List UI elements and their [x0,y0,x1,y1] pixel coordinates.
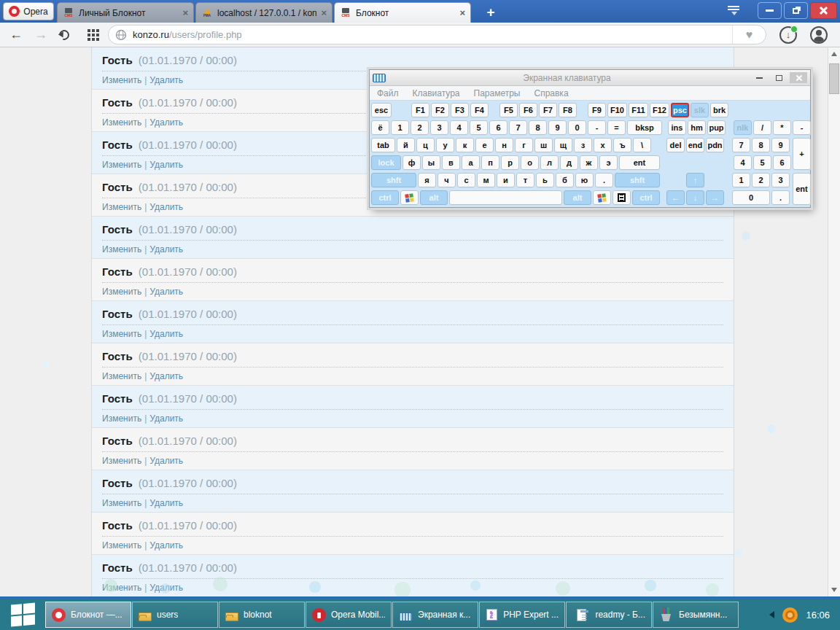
taskbar-button[interactable]: Экранная к... [392,602,478,628]
key[interactable]: й [397,138,415,152]
key[interactable]: F10 [607,103,627,117]
key[interactable]: ctrl [632,190,660,205]
key[interactable]: F7 [539,103,557,117]
entry-edit-link[interactable]: Изменить [102,498,141,508]
osk-menu-item[interactable]: Справка [534,88,568,98]
key[interactable]: х [594,138,612,152]
key[interactable]: end [686,138,704,152]
download-button[interactable]: ↓ [779,26,797,44]
key[interactable]: 1 [732,173,750,187]
key[interactable]: и [497,173,515,187]
key[interactable]: F9 [588,103,606,117]
key[interactable]: F1 [411,103,429,117]
menu-key[interactable] [612,190,631,205]
scroll-thumb[interactable] [829,63,839,94]
opera-menu-button[interactable]: Opera [3,2,54,20]
tab-menu-icon[interactable] [728,6,741,18]
key[interactable]: brk [710,103,728,117]
key[interactable]: esc [371,103,392,117]
entry-delete-link[interactable]: Удалить [149,202,183,212]
back-button[interactable]: ← [7,27,25,42]
osk-menu-item[interactable]: Клавиатура [413,88,460,98]
entry-edit-link[interactable]: Изменить [102,371,141,381]
key[interactable]: ← [666,190,685,205]
key[interactable]: ins [668,120,686,135]
entry-delete-link[interactable]: Удалить [149,456,183,466]
key[interactable]: F11 [629,103,648,117]
key[interactable]: 7 [509,120,527,135]
key[interactable]: е [475,138,494,152]
key[interactable]: lock [371,155,401,170]
key[interactable]: ж [580,155,598,170]
key[interactable]: F8 [559,103,577,117]
key[interactable]: . [771,190,790,205]
entry-delete-link[interactable]: Удалить [149,244,183,254]
key[interactable]: pdn [706,138,724,152]
key[interactable]: F5 [499,103,518,117]
key[interactable]: tab [371,138,395,152]
key[interactable]: ↓ [686,190,704,205]
key[interactable]: = [607,120,626,135]
key[interactable]: 9 [771,138,790,152]
start-button[interactable] [0,599,45,630]
key[interactable]: - [588,120,606,135]
osk-menu-item[interactable]: Файл [377,88,399,98]
taskbar-button[interactable]: Безымянн... [653,602,739,628]
windows-key[interactable] [593,190,611,205]
key[interactable]: F12 [650,103,669,117]
key[interactable]: / [753,120,771,135]
taskbar-button[interactable]: Блокнот —... [45,602,131,628]
tab-close-icon[interactable]: × [321,8,327,18]
entry-edit-link[interactable]: Изменить [102,287,141,297]
taskbar-button[interactable]: PHP PHP Expert ... [479,602,565,628]
entry-delete-link[interactable]: Удалить [149,75,183,85]
scroll-up-icon[interactable] [831,52,837,56]
taskbar-button[interactable]: users [132,602,218,628]
key[interactable]: т [516,173,534,187]
key[interactable]: alt [420,190,448,205]
key[interactable]: hm [688,120,706,135]
key[interactable]: + [793,138,811,170]
key[interactable]: 5 [470,120,488,135]
key[interactable]: ent [619,155,660,170]
key[interactable]: 3 [430,120,448,135]
entry-edit-link[interactable]: Изменить [102,244,141,254]
key[interactable]: 0 [732,190,770,205]
taskbar-button[interactable]: bloknot [219,602,305,628]
key[interactable]: к [456,138,474,152]
key[interactable]: в [442,155,460,170]
taskbar-button[interactable]: Opera Mobil... [306,602,392,628]
key[interactable]: с [457,173,475,187]
entry-delete-link[interactable]: Удалить [149,117,183,128]
scroll-down-icon[interactable] [831,588,837,592]
vertical-scrollbar[interactable] [828,47,840,596]
osk-titlebar[interactable]: Экранная клавиатура [370,70,810,86]
key[interactable]: 9 [548,120,567,135]
profile-avatar-button[interactable] [810,26,828,44]
key[interactable]: а [462,155,480,170]
key[interactable]: 3 [771,173,790,187]
restore-button[interactable] [784,2,808,19]
key[interactable]: 8 [529,120,547,135]
entry-edit-link[interactable]: Изменить [102,456,141,466]
entry-edit-link[interactable]: Изменить [102,540,141,551]
entry-edit-link[interactable]: Изменить [102,329,141,339]
bookmark-heart-button[interactable]: ♥ [732,26,766,44]
key[interactable]: щ [554,138,572,152]
address-bar[interactable]: konzo.ru/users/profile.php ♥ [108,25,766,44]
key[interactable]: 6 [773,155,791,170]
forward-button[interactable]: → [32,27,50,42]
tray-opera-icon[interactable] [782,607,798,623]
key[interactable]: з [574,138,592,152]
windows-key[interactable] [400,190,419,205]
space-key[interactable] [449,190,562,205]
key[interactable]: bksp [627,120,662,135]
entry-delete-link[interactable]: Удалить [149,498,183,508]
key[interactable]: 6 [489,120,508,135]
key[interactable]: ё [371,120,389,135]
key[interactable]: ш [534,138,553,152]
entry-edit-link[interactable]: Изменить [102,160,141,170]
key[interactable]: → [706,190,724,205]
key[interactable]: э [599,155,618,170]
tab-close-icon[interactable]: × [459,8,465,18]
